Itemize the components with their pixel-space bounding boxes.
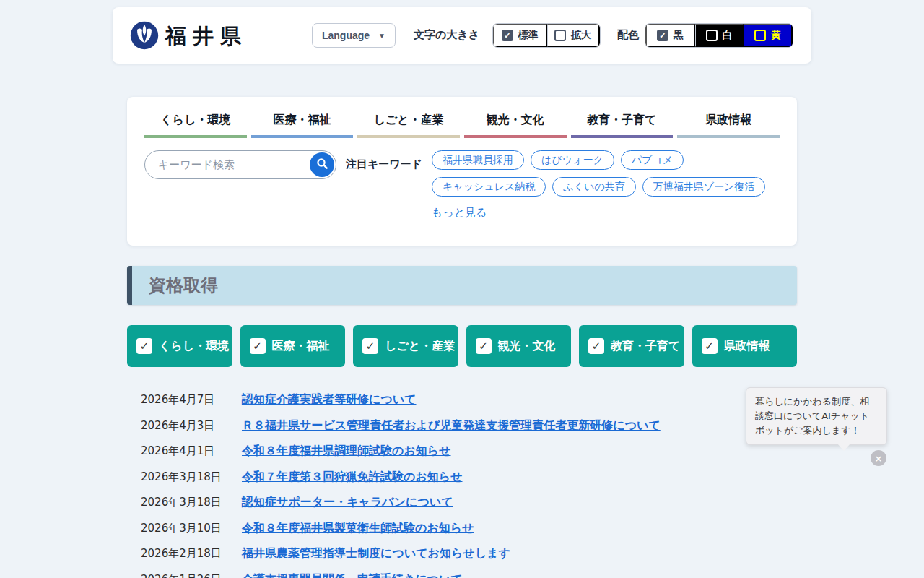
search-button[interactable]: [310, 152, 334, 177]
news-row: 2026年2月18日 福井県農薬管理指導士制度についてお知らせします: [127, 541, 797, 567]
heading-accent-bar: [127, 266, 132, 305]
scheme-yellow-label: 黄: [771, 29, 781, 42]
keyword-pill[interactable]: ふくいの共育: [552, 177, 635, 197]
checkbox-checked-icon: ✓: [136, 338, 152, 354]
news-row: 2026年4月7日 認知症介護実践者等研修について: [127, 387, 797, 413]
news-link[interactable]: 令和８年度福井県調理師試験のお知らせ: [242, 444, 451, 459]
search-box: [144, 150, 336, 179]
scheme-black-label: 黒: [674, 29, 684, 42]
search-input[interactable]: [158, 151, 302, 178]
news-list: 2026年4月7日 認知症介護実践者等研修について 2026年4月3日 Ｒ８福井…: [127, 387, 797, 578]
site-logo[interactable]: 福井県: [130, 21, 248, 53]
scheme-white-button[interactable]: 白: [695, 24, 744, 47]
nav-tab[interactable]: しごと・産業: [357, 105, 460, 138]
keyword-pills-area: 福井県職員採用 はぴウォーク パブコメ キャッシュレス納税 ふくいの共育 万博福…: [432, 150, 765, 220]
category-filter-row: ✓ くらし・環境 ✓ 医療・福祉 ✓ しごと・産業 ✓ 観光・文化 ✓ 教育・子…: [127, 325, 797, 367]
featured-keywords-label: 注目キーワード: [346, 150, 422, 171]
news-row: 2026年4月3日 Ｒ８福井県サービス管理責任者および児童発達支援管理責任者更新…: [127, 413, 797, 439]
scheme-black-button[interactable]: ✓ 黒: [645, 24, 695, 47]
nav-tab[interactable]: くらし・環境: [144, 105, 247, 138]
more-keywords-link[interactable]: もっと見る: [432, 206, 487, 220]
scheme-yellow-button[interactable]: 黄: [744, 24, 793, 47]
text-size-large-button[interactable]: 拡大: [547, 24, 601, 47]
category-filter-label: 県政情報: [724, 339, 770, 354]
category-filter-label: しごと・産業: [385, 339, 455, 354]
nav-tab[interactable]: 医療・福祉: [251, 105, 354, 138]
news-date: 2026年1月26日: [141, 573, 242, 578]
news-row: 2026年3月18日 認知症サポーター・キャラバンについて: [127, 490, 797, 516]
category-filter-button[interactable]: ✓ くらし・環境: [127, 325, 232, 367]
text-size-label: 文字の大きさ: [414, 28, 479, 42]
news-link[interactable]: 介護支援専門員関係、申請手続きについて: [242, 572, 463, 578]
keyword-pill[interactable]: 福井県職員採用: [432, 150, 524, 170]
close-icon: ×: [875, 453, 883, 464]
news-link[interactable]: 令和８年度福井県製菓衛生師試験のお知らせ: [242, 521, 474, 536]
scheme-white-label: 白: [723, 29, 733, 42]
news-row: 2026年3月18日 令和７年度第３回狩猟免許試験のお知らせ: [127, 465, 797, 491]
nav-tab[interactable]: 教育・子育て: [571, 105, 674, 138]
text-size-standard-label: 標準: [518, 29, 539, 42]
fukui-emblem-icon: [130, 21, 159, 53]
site-header: 福井県 Language ▼ 文字の大きさ ✓ 標準 拡大 配色 ✓ 黒 白 黄: [113, 7, 811, 64]
news-date: 2026年3月10日: [141, 522, 242, 535]
checkbox-unchecked-icon: [554, 30, 566, 41]
chatbot-tooltip-text: 暮らしにかかわる制度、相談窓口についてAIチャットボットがご案内します！: [755, 396, 869, 436]
news-link[interactable]: 認知症介護実践者等研修について: [242, 392, 417, 407]
checkbox-checked-icon: ✓: [702, 338, 718, 354]
checkbox-checked-icon: ✓: [362, 338, 378, 354]
checkbox-checked-icon: ✓: [250, 338, 266, 354]
checkbox-checked-icon: ✓: [476, 338, 492, 354]
main-navigation-card: くらし・環境 医療・福祉 しごと・産業 観光・文化 教育・子育て 県政情報: [127, 97, 797, 246]
news-row: 2026年1月26日 介護支援専門員関係、申請手続きについて: [127, 567, 797, 578]
text-size-large-label: 拡大: [571, 29, 591, 42]
category-tabs: くらし・環境 医療・福祉 しごと・産業 観光・文化 教育・子育て 県政情報: [127, 97, 797, 138]
checkbox-unchecked-icon: [754, 30, 766, 41]
category-filter-button[interactable]: ✓ 観光・文化: [466, 325, 572, 367]
keyword-pill[interactable]: 万博福井県ゾーン復活: [642, 177, 766, 197]
news-link[interactable]: 認知症サポーター・キャラバンについて: [242, 495, 453, 510]
chatbot-tooltip: 暮らしにかかわる制度、相談窓口についてAIチャットボットがご案内します！: [746, 387, 887, 445]
chevron-down-icon: ▼: [378, 32, 385, 40]
text-size-toggle-group: ✓ 標準 拡大: [492, 23, 601, 48]
color-scheme-toggle-group: ✓ 黒 白 黄: [645, 23, 793, 48]
checkbox-checked-icon: ✓: [588, 338, 604, 354]
page-title: 資格取得: [149, 274, 218, 297]
category-filter-button[interactable]: ✓ しごと・産業: [353, 325, 458, 367]
news-link[interactable]: 令和７年度第３回狩猟免許試験のお知らせ: [242, 470, 463, 485]
category-filter-button[interactable]: ✓ 県政情報: [692, 325, 798, 367]
news-row: 2026年4月1日 令和８年度福井県調理師試験のお知らせ: [127, 439, 797, 465]
keyword-row-2: キャッシュレス納税 ふくいの共育 万博福井県ゾーン復活: [432, 177, 765, 197]
checkbox-checked-icon: ✓: [657, 30, 668, 41]
news-link[interactable]: Ｒ８福井県サービス管理責任者および児童発達支援管理責任者更新研修について: [242, 418, 661, 434]
nav-tab[interactable]: 県政情報: [677, 105, 780, 138]
news-link[interactable]: 福井県農薬管理指導士制度についてお知らせします: [242, 546, 510, 561]
color-scheme-label: 配色: [617, 28, 639, 42]
news-date: 2026年3月18日: [141, 496, 242, 509]
section-heading-band: 資格取得: [127, 266, 797, 305]
category-filter-button[interactable]: ✓ 医療・福祉: [240, 325, 346, 367]
search-icon: [316, 158, 328, 172]
keyword-pill[interactable]: はぴウォーク: [531, 150, 614, 170]
text-size-standard-button[interactable]: ✓ 標準: [493, 24, 547, 47]
category-filter-label: くらし・環境: [159, 339, 229, 354]
chatbot-close-button[interactable]: ×: [871, 450, 886, 466]
keyword-pill[interactable]: キャッシュレス納税: [432, 177, 546, 197]
language-label: Language: [322, 30, 370, 41]
keyword-row-1: 福井県職員採用 はぴウォーク パブコメ: [432, 150, 765, 170]
news-date: 2026年4月3日: [141, 419, 242, 433]
keyword-pill[interactable]: パブコメ: [621, 150, 684, 170]
news-row: 2026年3月10日 令和８年度福井県製菓衛生師試験のお知らせ: [127, 516, 797, 542]
tooltip-tail: [837, 444, 850, 451]
news-date: 2026年2月18日: [141, 547, 242, 561]
category-filter-label: 教育・子育て: [611, 339, 680, 354]
search-row: 注目キーワード 福井県職員採用 はぴウォーク パブコメ キャッシュレス納税 ふく…: [127, 138, 797, 220]
category-filter-button[interactable]: ✓ 教育・子育て: [579, 325, 684, 367]
category-filter-label: 医療・福祉: [272, 339, 330, 354]
news-date: 2026年4月1日: [141, 444, 242, 458]
nav-tab[interactable]: 観光・文化: [464, 105, 567, 138]
checkbox-checked-icon: ✓: [502, 30, 513, 41]
language-dropdown[interactable]: Language ▼: [312, 23, 396, 48]
news-date: 2026年3月18日: [141, 470, 242, 484]
category-filter-label: 観光・文化: [498, 339, 556, 354]
site-title: 福井県: [165, 22, 248, 51]
